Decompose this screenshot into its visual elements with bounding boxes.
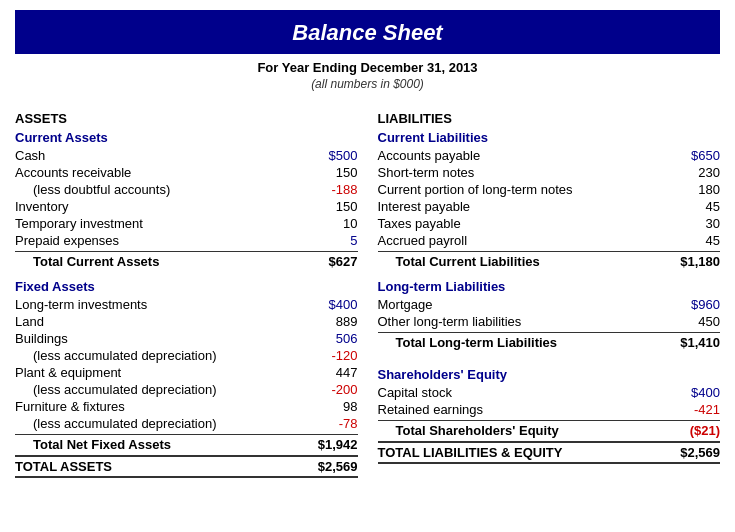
fixed-assets-header: Fixed Assets (15, 279, 358, 294)
less-accum-dep-buildings-row: (less accumulated depreciation) -120 (15, 347, 358, 364)
inventory-value: 150 (308, 199, 358, 214)
accrued-payroll-row: Accrued payroll 45 (378, 232, 721, 249)
total-longterm-liab-label: Total Long-term Liabilities (378, 335, 558, 350)
inventory-row: Inventory 150 (15, 198, 358, 215)
subtitle: For Year Ending December 31, 2013 (0, 60, 735, 75)
total-liab-equity-value: $2,569 (670, 445, 720, 460)
less-accum-dep-plant-label: (less accumulated depreciation) (15, 382, 217, 397)
plant-equipment-label: Plant & equipment (15, 365, 121, 380)
current-longterm-label: Current portion of long-term notes (378, 182, 573, 197)
total-assets-label: TOTAL ASSETS (15, 459, 112, 474)
total-longterm-liab-row: Total Long-term Liabilities $1,410 (378, 332, 721, 351)
retained-earnings-label: Retained earnings (378, 402, 484, 417)
buildings-label: Buildings (15, 331, 68, 346)
less-doubtful-value: -188 (308, 182, 358, 197)
less-doubtful-label: (less doubtful accounts) (15, 182, 170, 197)
prepaid-value: 5 (308, 233, 358, 248)
capital-stock-label: Capital stock (378, 385, 452, 400)
longterm-liab-header: Long-term Liabilities (378, 279, 721, 294)
accounts-payable-row: Accounts payable $650 (378, 147, 721, 164)
taxes-payable-value: 30 (670, 216, 720, 231)
current-longterm-value: 180 (670, 182, 720, 197)
less-doubtful-row: (less doubtful accounts) -188 (15, 181, 358, 198)
liabilities-column: LIABILITIES Current Liabilities Accounts… (368, 111, 721, 478)
less-accum-dep-plant-value: -200 (308, 382, 358, 397)
short-term-notes-label: Short-term notes (378, 165, 475, 180)
total-fixed-assets-label: Total Net Fixed Assets (15, 437, 171, 452)
furniture-value: 98 (308, 399, 358, 414)
current-assets-header: Current Assets (15, 130, 358, 145)
accounts-payable-label: Accounts payable (378, 148, 481, 163)
longterm-investments-value: $400 (308, 297, 358, 312)
cash-label: Cash (15, 148, 45, 163)
page-header: Balance Sheet (15, 10, 720, 54)
longterm-investments-label: Long-term investments (15, 297, 147, 312)
plant-equipment-row: Plant & equipment 447 (15, 364, 358, 381)
temp-investment-value: 10 (308, 216, 358, 231)
liabilities-section-label: LIABILITIES (378, 111, 721, 126)
furniture-row: Furniture & fixtures 98 (15, 398, 358, 415)
short-term-notes-value: 230 (670, 165, 720, 180)
total-current-liab-value: $1,180 (670, 254, 720, 269)
total-current-liab-label: Total Current Liabilities (378, 254, 540, 269)
capital-stock-row: Capital stock $400 (378, 384, 721, 401)
temp-investment-label: Temporary investment (15, 216, 143, 231)
accounts-receivable-value: 150 (308, 165, 358, 180)
page-title: Balance Sheet (15, 20, 720, 46)
total-current-liab-row: Total Current Liabilities $1,180 (378, 251, 721, 270)
other-longterm-label: Other long-term liabilities (378, 314, 522, 329)
total-assets-value: $2,569 (308, 459, 358, 474)
accounts-receivable-label: Accounts receivable (15, 165, 131, 180)
land-value: 889 (308, 314, 358, 329)
assets-section-label: ASSETS (15, 111, 358, 126)
furniture-label: Furniture & fixtures (15, 399, 125, 414)
total-assets-row: TOTAL ASSETS $2,569 (15, 455, 358, 478)
total-longterm-liab-value: $1,410 (670, 335, 720, 350)
less-accum-dep-buildings-value: -120 (308, 348, 358, 363)
current-longterm-row: Current portion of long-term notes 180 (378, 181, 721, 198)
less-accum-dep-furniture-label: (less accumulated depreciation) (15, 416, 217, 431)
buildings-value: 506 (308, 331, 358, 346)
buildings-row: Buildings 506 (15, 330, 358, 347)
accrued-payroll-value: 45 (670, 233, 720, 248)
less-accum-dep-furniture-row: (less accumulated depreciation) -78 (15, 415, 358, 432)
total-current-assets-label: Total Current Assets (15, 254, 159, 269)
interest-payable-label: Interest payable (378, 199, 471, 214)
cash-row: Cash $500 (15, 147, 358, 164)
total-liab-equity-row: TOTAL LIABILITIES & EQUITY $2,569 (378, 441, 721, 464)
interest-payable-value: 45 (670, 199, 720, 214)
short-term-notes-row: Short-term notes 230 (378, 164, 721, 181)
other-longterm-value: 450 (670, 314, 720, 329)
note: (all numbers in $000) (0, 77, 735, 91)
total-fixed-assets-value: $1,942 (308, 437, 358, 452)
prepaid-row: Prepaid expenses 5 (15, 232, 358, 249)
other-longterm-row: Other long-term liabilities 450 (378, 313, 721, 330)
retained-earnings-row: Retained earnings -421 (378, 401, 721, 418)
capital-stock-value: $400 (670, 385, 720, 400)
mortgage-value: $960 (670, 297, 720, 312)
assets-column: ASSETS Current Assets Cash $500 Accounts… (15, 111, 368, 478)
temp-investment-row: Temporary investment 10 (15, 215, 358, 232)
mortgage-row: Mortgage $960 (378, 296, 721, 313)
interest-payable-row: Interest payable 45 (378, 198, 721, 215)
total-fixed-assets-row: Total Net Fixed Assets $1,942 (15, 434, 358, 453)
total-equity-row: Total Shareholders' Equity ($21) (378, 420, 721, 439)
mortgage-label: Mortgage (378, 297, 433, 312)
longterm-investments-row: Long-term investments $400 (15, 296, 358, 313)
accounts-receivable-row: Accounts receivable 150 (15, 164, 358, 181)
current-liab-header: Current Liabilities (378, 130, 721, 145)
total-liab-equity-label: TOTAL LIABILITIES & EQUITY (378, 445, 563, 460)
less-accum-dep-furniture-value: -78 (308, 416, 358, 431)
total-equity-value: ($21) (670, 423, 720, 438)
total-current-assets-row: Total Current Assets $627 (15, 251, 358, 270)
less-accum-dep-plant-row: (less accumulated depreciation) -200 (15, 381, 358, 398)
prepaid-label: Prepaid expenses (15, 233, 119, 248)
equity-header: Shareholders' Equity (378, 367, 721, 382)
total-equity-label: Total Shareholders' Equity (378, 423, 559, 438)
plant-equipment-value: 447 (308, 365, 358, 380)
total-current-assets-value: $627 (308, 254, 358, 269)
taxes-payable-label: Taxes payable (378, 216, 461, 231)
less-accum-dep-buildings-label: (less accumulated depreciation) (15, 348, 217, 363)
taxes-payable-row: Taxes payable 30 (378, 215, 721, 232)
land-label: Land (15, 314, 44, 329)
